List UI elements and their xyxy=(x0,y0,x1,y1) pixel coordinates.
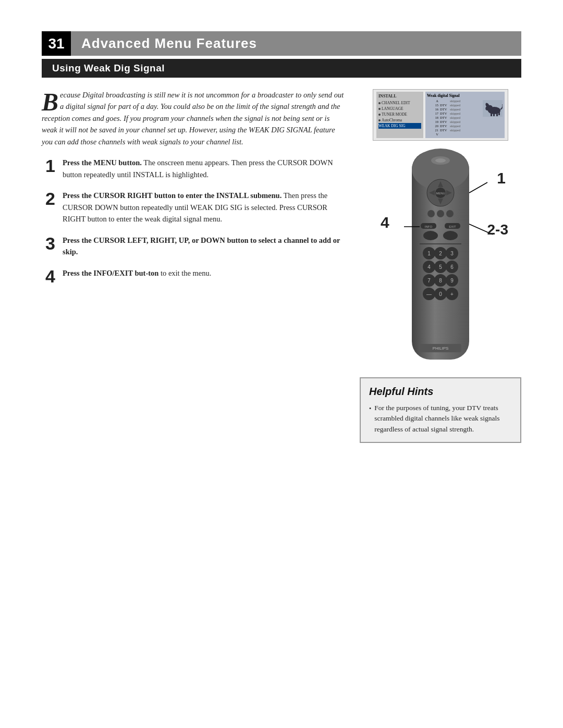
step-4-body-text: to exit the menu. xyxy=(161,269,211,277)
sub-title: Using Weak Dig Signal xyxy=(52,63,165,73)
svg-text:8: 8 xyxy=(439,278,442,283)
callout-23: 2-3 xyxy=(487,221,508,238)
helpful-hints-bullet: • For the purposes of tuning, your DTV t… xyxy=(369,403,512,435)
screen-mockup: INSTALL CHANNEL EDIT LANGUAGE TUNER MODE xyxy=(373,89,508,141)
remote-svg: PHILIPS MENU xyxy=(383,146,498,365)
ch-status: skipped xyxy=(450,107,460,111)
menu-item-language: LANGUAGE xyxy=(378,106,421,112)
svg-point-21 xyxy=(427,210,435,217)
ch-num: 20 xyxy=(427,124,438,128)
callout-1: 1 xyxy=(497,169,506,187)
step-3-content: Press the CURSOR LEFT, RIGHT, UP, or DOW… xyxy=(63,235,344,258)
bullet-icon xyxy=(378,114,381,116)
ch-type xyxy=(440,99,448,103)
ch-type: DTV xyxy=(440,112,448,115)
remote-control: PHILIPS MENU xyxy=(383,146,498,367)
ch-num: 15 xyxy=(427,103,438,107)
page-number: 31 xyxy=(42,31,71,56)
helpful-hints-box: Helpful Hints • For the purposes of tuni… xyxy=(360,377,521,443)
svg-text:INFO: INFO xyxy=(425,225,433,228)
ch-num: 19 xyxy=(427,120,438,124)
sub-title-box: Using Weak Dig Signal xyxy=(42,59,521,78)
menu-item-label: LANGUAGE xyxy=(382,106,403,111)
ch-status: skipped xyxy=(450,120,460,124)
svg-text:5: 5 xyxy=(439,264,442,270)
helpful-hints-text: For the purposes of tuning, your DTV tre… xyxy=(374,403,512,435)
svg-text:0: 0 xyxy=(439,291,442,297)
helpful-hints-title: Helpful Hints xyxy=(369,386,512,398)
callout-4: 4 xyxy=(381,214,389,231)
intro-text-body: ecause Digital broadcasting is still new… xyxy=(42,91,344,146)
main-title: Advanced Menu Features xyxy=(81,35,257,52)
page-container: 31 Advanced Menu Features Using Weak Dig… xyxy=(0,0,563,728)
ch-num: 18 xyxy=(427,116,438,119)
menu-item-tuner-mode: TUNER MODE xyxy=(378,112,421,117)
svg-text:1: 1 xyxy=(427,251,431,256)
step-2-content: Press the CURSOR RIGHT button to enter t… xyxy=(63,190,344,225)
intro-paragraph: B ecause Digital broadcasting is still n… xyxy=(42,89,344,147)
svg-line-55 xyxy=(469,182,487,193)
ch-num: V xyxy=(427,132,438,136)
ch-status: skipped xyxy=(450,112,460,115)
bullet-icon xyxy=(378,102,381,104)
steps-container: 1 Press the MENU button. The onscreen me… xyxy=(42,157,344,285)
main-title-box: Advanced Menu Features xyxy=(71,31,521,56)
channel-row-21: 21 DTV skipped xyxy=(427,128,503,132)
svg-rect-6 xyxy=(496,113,498,116)
helpful-hints-title-span: Helpful Hints xyxy=(369,386,433,397)
ch-status: skipped xyxy=(450,99,460,103)
svg-text:7: 7 xyxy=(427,278,431,283)
svg-point-28 xyxy=(423,231,438,240)
ch-status: skipped xyxy=(450,128,460,132)
svg-rect-4 xyxy=(491,113,492,116)
menu-item-label: CHANNEL EDIT xyxy=(382,101,410,105)
content-area: B ecause Digital broadcasting is still n… xyxy=(42,89,521,443)
ch-num: 21 xyxy=(427,128,438,132)
step-4-title: Press the INFO/EXIT but-ton xyxy=(63,269,158,277)
svg-text:—: — xyxy=(426,291,432,297)
screen-top: INSTALL CHANNEL EDIT LANGUAGE TUNER MODE xyxy=(373,90,508,140)
step-3-number: 3 xyxy=(42,235,55,252)
step-1-title: Press the MENU button. xyxy=(63,158,142,167)
header-section: 31 Advanced Menu Features xyxy=(42,31,521,56)
step-3: 3 Press the CURSOR LEFT, RIGHT, UP, or D… xyxy=(42,235,344,258)
svg-point-22 xyxy=(437,210,444,217)
svg-point-11 xyxy=(435,158,446,163)
ch-type: DTV xyxy=(440,128,448,132)
channel-row-20: 20 DTV skipped xyxy=(427,124,503,128)
svg-text:+: + xyxy=(450,291,454,297)
ch-type xyxy=(440,132,448,136)
step-4: 4 Press the INFO/EXIT but-ton to exit th… xyxy=(42,267,344,285)
svg-text:6: 6 xyxy=(450,264,454,270)
drop-cap: B xyxy=(42,92,58,112)
svg-text:3: 3 xyxy=(450,251,454,256)
svg-text:4: 4 xyxy=(427,264,431,270)
left-column: B ecause Digital broadcasting is still n… xyxy=(42,89,344,443)
svg-text:9: 9 xyxy=(450,278,454,283)
svg-point-23 xyxy=(446,210,454,217)
step-1-content: Press the MENU button. The onscreen menu… xyxy=(63,157,344,180)
svg-point-29 xyxy=(443,231,458,240)
right-column: INSTALL CHANNEL EDIT LANGUAGE TUNER MODE xyxy=(360,89,521,443)
channel-row-19: 19 DTV skipped xyxy=(427,120,503,124)
step-1: 1 Press the MENU button. The onscreen me… xyxy=(42,157,344,180)
step-2-title: Press the CURSOR RIGHT button to enter t… xyxy=(63,191,282,200)
horse-image xyxy=(483,100,503,117)
step-4-content: Press the INFO/EXIT but-ton to exit the … xyxy=(63,267,344,279)
ch-num: 17 xyxy=(427,112,438,115)
install-title: INSTALL xyxy=(378,94,421,98)
step-1-number: 1 xyxy=(42,157,55,175)
bullet-icon xyxy=(378,108,381,110)
svg-text:EXIT: EXIT xyxy=(449,225,456,228)
screen-right-panel: Weak digital Signal A skipped 15 DTV ski… xyxy=(425,92,505,138)
svg-text:PHILIPS: PHILIPS xyxy=(433,346,449,351)
ch-status: skipped xyxy=(450,116,460,119)
menu-item-autochroma: AutoChroma xyxy=(378,117,421,123)
step-4-number: 4 xyxy=(42,267,55,285)
menu-item-label: AutoChroma xyxy=(382,118,402,122)
svg-rect-7 xyxy=(498,112,500,115)
ch-num: 16 xyxy=(427,107,438,111)
ch-type: DTV xyxy=(440,116,448,119)
step-2: 2 Press the CURSOR RIGHT button to enter… xyxy=(42,190,344,225)
menu-item-label: TUNER MODE xyxy=(382,112,407,117)
